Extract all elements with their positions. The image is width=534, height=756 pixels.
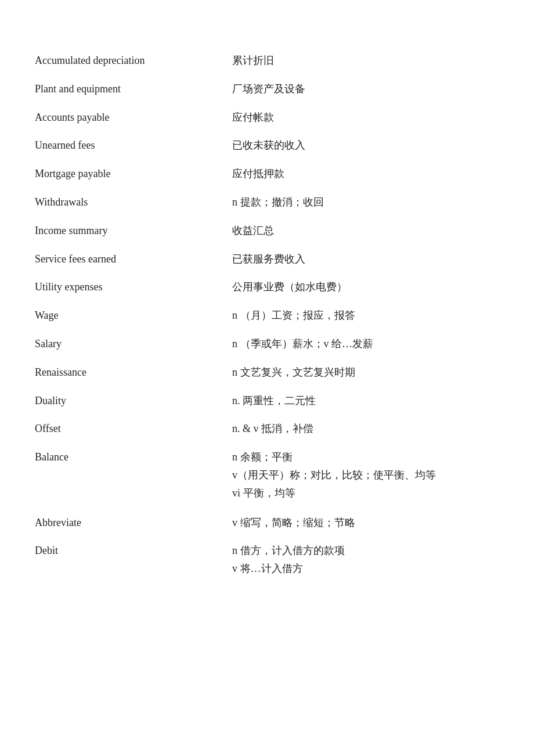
vocab-item: Balancen 余额；平衡v（用天平）称；对比，比较；使平衡、均等vi 平衡，… [35,443,499,508]
vocab-definition-line: v 将…计入借方 [232,560,499,577]
vocab-term: Accounts payable [35,109,232,126]
vocab-definition: 收益汇总 [232,222,499,239]
vocab-item: Utility expenses公用事业费（如水电费） [35,273,499,301]
vocab-term: Income summary [35,222,232,239]
vocab-term: Service fees earned [35,251,232,268]
vocab-definition: n. & v 抵消，补偿 [232,420,499,437]
vocab-term: Abbreviate [35,514,232,531]
vocab-term: Renaissance [35,364,232,381]
vocab-definition: 已收未获的收入 [232,137,499,154]
vocab-definition-line: v（用天平）称；对比，比较；使平衡、均等 [232,467,499,484]
vocab-definition: 累计折旧 [232,52,499,69]
vocab-term: Wage [35,307,232,324]
vocab-definition: 已获服务费收入 [232,251,499,268]
vocab-item: Accounts payable应付帐款 [35,103,499,132]
vocab-term: Plant and equipment [35,81,232,98]
vocab-definition: 应付帐款 [232,109,499,126]
vocab-term: Balance [35,449,232,466]
vocab-term: Utility expenses [35,279,232,296]
vocab-definition: 应付抵押款 [232,165,499,182]
vocab-definition: n 余额；平衡v（用天平）称；对比，比较；使平衡、均等vi 平衡，均等 [232,449,499,502]
vocab-definition-line: n 借方，计入借方的款项 [232,542,499,559]
vocab-definition: n （季或年）薪水；v 给…发薪 [232,336,499,352]
vocab-item: Salaryn （季或年）薪水；v 给…发薪 [35,330,499,358]
vocab-item: Renaissancen 文艺复兴，文艺复兴时期 [35,358,499,387]
vocab-item: Withdrawalsn 提款；撤消；收回 [35,188,499,217]
vocab-item: Dualityn. 两重性，二元性 [35,387,499,415]
vocab-term: Offset [35,420,232,437]
vocab-item: Debitn 借方，计入借方的款项v 将…计入借方 [35,537,499,584]
vocab-item: Plant and equipment厂场资产及设备 [35,75,499,103]
vocab-term: Salary [35,336,232,352]
vocab-item: Service fees earned已获服务费收入 [35,245,499,273]
vocab-list: Accumulated depreciation累计折旧Plant and eq… [35,46,499,584]
vocab-definition: n. 两重性，二元性 [232,393,499,409]
vocab-definition: n （月）工资；报应，报答 [232,307,499,324]
vocab-term: Unearned fees [35,137,232,154]
vocab-term: Debit [35,542,232,559]
vocab-item: Unearned fees已收未获的收入 [35,131,499,160]
vocab-item: Mortgage payable应付抵押款 [35,160,499,188]
vocab-definition: n 借方，计入借方的款项v 将…计入借方 [232,542,499,578]
vocab-item: Wagen （月）工资；报应，报答 [35,301,499,330]
vocab-item: Income summary收益汇总 [35,217,499,245]
vocab-term: Mortgage payable [35,165,232,182]
vocab-item: Offsetn. & v 抵消，补偿 [35,415,499,443]
vocab-item: Abbreviatev 缩写，简略；缩短；节略 [35,509,499,537]
vocab-item: Accumulated depreciation累计折旧 [35,46,499,75]
vocab-term: Withdrawals [35,194,232,211]
vocab-definition: v 缩写，简略；缩短；节略 [232,514,499,531]
vocab-definition-line: n 余额；平衡 [232,449,499,466]
vocab-definition: 厂场资产及设备 [232,81,499,98]
vocab-term: Accumulated depreciation [35,52,232,69]
vocab-definition: n 文艺复兴，文艺复兴时期 [232,364,499,381]
vocab-definition: n 提款；撤消；收回 [232,194,499,211]
vocab-definition: 公用事业费（如水电费） [232,279,499,296]
vocab-definition-line: vi 平衡，均等 [232,485,499,502]
vocab-term: Duality [35,393,232,409]
